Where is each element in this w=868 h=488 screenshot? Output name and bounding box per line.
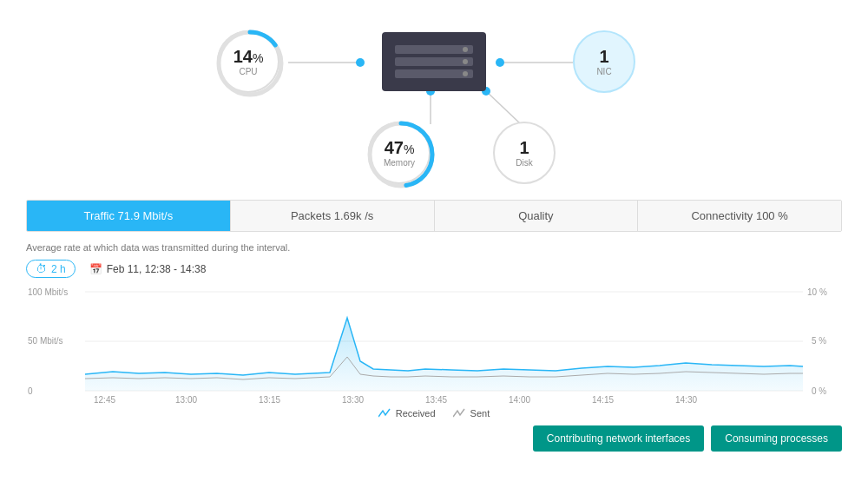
svg-point-4 <box>356 58 365 67</box>
svg-text:12:45: 12:45 <box>94 395 115 405</box>
disk-label: Disk <box>516 158 532 168</box>
svg-text:14:00: 14:00 <box>509 395 530 405</box>
svg-text:14:15: 14:15 <box>592 395 614 405</box>
clock-icon: ⏱ <box>36 262 47 275</box>
tab-connectivity[interactable]: Connectivity 100 % <box>638 201 841 231</box>
chart-svg: 100 Mbit/s 50 Mbit/s 0 10 % 5 % 0 % 12:4… <box>26 283 842 405</box>
nic-label: NIC <box>596 67 611 76</box>
tab-packets[interactable]: Packets 1.69k /s <box>231 201 435 231</box>
server-box <box>382 32 486 91</box>
server-slot-3 <box>395 69 473 78</box>
svg-text:100 Mbit/s: 100 Mbit/s <box>28 287 68 297</box>
svg-text:13:00: 13:00 <box>175 395 197 405</box>
chart-controls: ⏱ 2 h 📅 Feb 11, 12:38 - 14:38 <box>26 260 842 278</box>
svg-text:13:45: 13:45 <box>425 395 447 405</box>
chart-section: Average rate at which data was transmitt… <box>26 242 842 460</box>
disk-circle: 1 Disk <box>493 122 556 184</box>
tab-quality[interactable]: Quality <box>435 201 639 231</box>
svg-text:0: 0 <box>28 386 33 396</box>
svg-text:13:30: 13:30 <box>342 395 364 405</box>
time-range-pill[interactable]: ⏱ 2 h <box>26 260 76 278</box>
memory-ring <box>365 118 437 191</box>
svg-text:13:15: 13:15 <box>259 395 280 405</box>
disk-value: 1 <box>519 139 529 156</box>
time-range-label: 2 h <box>51 263 66 275</box>
svg-text:14:30: 14:30 <box>675 395 697 405</box>
memory-circle: 47% Memory <box>368 122 431 184</box>
received-icon <box>378 408 392 419</box>
svg-text:0 %: 0 % <box>812 386 826 396</box>
tab-traffic[interactable]: Traffic 71.9 Mbit/s <box>27 201 231 231</box>
bottom-buttons: Contributing network interfaces Consumin… <box>26 425 842 452</box>
cpu-circle: 14% CPU <box>217 30 279 93</box>
calendar-icon: 📅 <box>89 263 102 275</box>
diagram-inner: 14% CPU 1 NIC 4 <box>191 22 677 187</box>
server-slot-1 <box>395 45 473 54</box>
chart-legend: Received Sent <box>26 408 842 419</box>
date-range[interactable]: 📅 Feb 11, 12:38 - 14:38 <box>89 263 207 275</box>
contributing-interfaces-button[interactable]: Contributing network interfaces <box>533 425 704 452</box>
svg-text:10 %: 10 % <box>807 287 827 297</box>
svg-line-3 <box>486 91 521 124</box>
server-slot-2 <box>395 57 473 66</box>
diagram: 14% CPU 1 NIC 4 <box>26 17 842 200</box>
tab-bar: Traffic 71.9 Mbit/s Packets 1.69k /s Qua… <box>26 200 842 232</box>
legend-received: Received <box>378 408 436 419</box>
consuming-processes-button[interactable]: Consuming processes <box>711 425 842 452</box>
nic-circle: 1 NIC <box>573 30 635 93</box>
svg-text:5 %: 5 % <box>812 336 826 346</box>
svg-text:50 Mbit/s: 50 Mbit/s <box>28 336 63 346</box>
legend-sent: Sent <box>453 408 490 419</box>
chart-wrap: 100 Mbit/s 50 Mbit/s 0 10 % 5 % 0 % 12:4… <box>26 283 842 405</box>
chart-area-fill <box>85 318 803 391</box>
page: 14% CPU 1 NIC 4 <box>0 0 868 488</box>
nic-value: 1 <box>599 48 608 65</box>
sent-icon <box>453 408 467 419</box>
cpu-ring <box>214 27 286 100</box>
svg-point-5 <box>496 58 504 67</box>
chart-description: Average rate at which data was transmitt… <box>26 242 842 253</box>
date-range-text: Feb 11, 12:38 - 14:38 <box>107 263 207 275</box>
